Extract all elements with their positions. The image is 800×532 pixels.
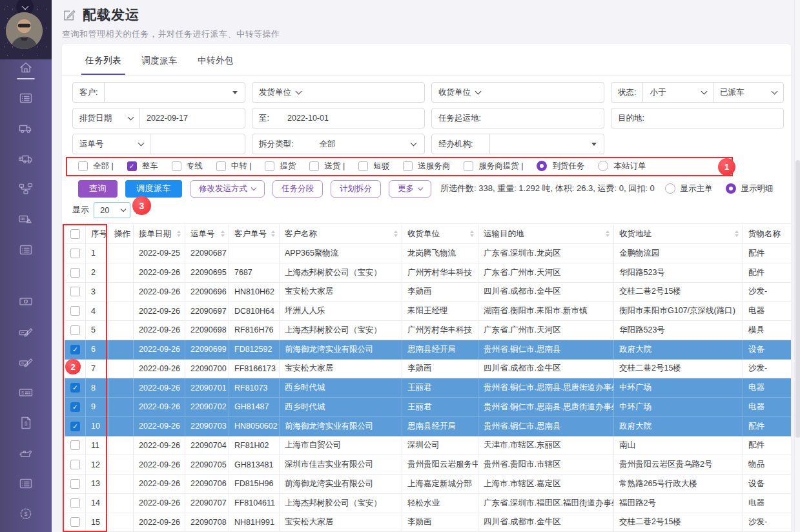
table-row[interactable]: 1 2022-09-25 22090687 APP365聚物流 龙岗腾飞物流 广… — [65, 244, 792, 263]
sidebar-nav-item[interactable] — [17, 151, 34, 167]
filter-status-operator-select[interactable]: 小于 — [643, 83, 713, 102]
sidebar-nav-item[interactable] — [17, 60, 34, 76]
column-header-label: 客户单号 — [234, 229, 267, 240]
scrollbar-thumb[interactable] — [795, 160, 800, 438]
toolbar-button[interactable]: 任务分段 — [272, 180, 323, 198]
filter-customer[interactable]: 客户: — [72, 82, 245, 103]
table-row[interactable]: 4 2022-09-26 22090697 DC810H64 坪洲人人乐 耒阳王… — [65, 302, 792, 321]
sidebar-nav-item[interactable] — [17, 121, 34, 136]
filter-agency[interactable]: 经办机构: — [431, 134, 604, 154]
row-checkbox[interactable] — [70, 287, 80, 296]
column-header[interactable]: 收货地址 — [614, 224, 743, 244]
toolbar-button[interactable]: 修改发运方式 — [190, 180, 265, 198]
row-checkbox[interactable] — [70, 249, 80, 258]
cell-address: 中环广场 — [614, 378, 743, 398]
table-row[interactable]: 6 2022-09-26 22090699 FD812592 前海御龙湾实业有限… — [65, 340, 792, 359]
filter-receiver[interactable]: 收货单位 — [431, 82, 604, 103]
task-type-checkbox[interactable]: 中转 | — [216, 161, 252, 172]
column-header[interactable]: 客户单号 — [229, 224, 280, 244]
filter-origin[interactable]: 任务起运地: — [431, 108, 604, 128]
tab[interactable]: 调度派车 — [140, 55, 179, 75]
display-mode-radio[interactable]: 显示明细 — [726, 183, 774, 194]
filter-date-to[interactable]: 至: 2022-10-01 — [252, 108, 425, 128]
row-checkbox[interactable] — [70, 517, 80, 527]
row-checkbox[interactable] — [70, 325, 80, 335]
table-row[interactable]: 3 2022-09-26 22090696 HN810H62 宝安松大家居 李勋… — [65, 282, 792, 302]
task-type-checkbox[interactable]: 整车 — [127, 161, 158, 172]
display-mode-radio[interactable]: 显示主单 — [665, 183, 713, 194]
task-type-checkbox[interactable]: 全部 | — [78, 161, 114, 172]
table-row[interactable]: 7 2022-09-26 22090700 FF8166173 宝安松大家居 李… — [65, 359, 792, 378]
table-row[interactable]: 5 2022-09-26 22090698 RF816H76 上海杰邦树胶公司（… — [65, 321, 792, 340]
query-button[interactable]: 查询 — [78, 180, 118, 198]
row-checkbox[interactable] — [70, 440, 80, 450]
filter-date-to-value[interactable]: 2022-10-01 — [287, 114, 329, 123]
row-checkbox[interactable] — [70, 422, 80, 431]
sidebar-nav-item[interactable] — [17, 324, 34, 340]
table-row[interactable]: 9 2022-09-26 22090702 GH81487 西乡时代城 王丽君 … — [65, 398, 792, 417]
tab[interactable]: 中转外包 — [196, 55, 235, 75]
row-checkbox[interactable] — [70, 498, 80, 508]
sidebar-nav-item[interactable] — [17, 242, 34, 258]
select-all-header-cell — [65, 224, 86, 244]
column-header[interactable]: 货物名称 — [743, 224, 792, 244]
sidebar-nav-item[interactable] — [17, 476, 34, 491]
table-row[interactable]: 10 2022-09-26 22090703 HN8050602 前海御龙湾实业… — [65, 416, 792, 436]
sidebar-nav-item[interactable] — [17, 90, 34, 106]
task-type-checkbox[interactable]: 提货 — [265, 161, 296, 172]
column-header[interactable]: 序号 — [86, 224, 109, 244]
table-row[interactable]: 14 2022-09-26 22090707 FF8104611 上海杰邦树胶公… — [65, 493, 792, 513]
sidebar-nav-item[interactable] — [17, 181, 34, 197]
filter-shipper[interactable]: 发货单位 — [252, 82, 425, 103]
filter-status-value-select[interactable]: 已派车 — [713, 83, 783, 102]
select-all-checkbox[interactable] — [70, 229, 80, 239]
row-checkbox[interactable] — [70, 402, 80, 412]
column-header[interactable]: 操作 — [109, 224, 134, 244]
toolbar-button[interactable]: 计划拆分 — [331, 180, 381, 198]
page-size-select[interactable]: 20 — [94, 202, 130, 218]
sidebar-nav-item[interactable] — [17, 294, 34, 309]
sidebar-nav-item[interactable] — [17, 445, 34, 461]
task-type-checkbox[interactable]: 专线 — [172, 161, 203, 172]
row-checkbox[interactable] — [70, 479, 80, 489]
table-row[interactable]: 15 2022-09-26 22090708 NH81H991 宝安松大家居 李… — [65, 513, 792, 532]
table-row[interactable]: 11 2022-09-26 22090704 RF81H02 上海市自贸公司 深… — [65, 436, 792, 455]
task-type-checkbox[interactable]: 短驳 — [358, 161, 389, 172]
row-checkbox[interactable] — [70, 306, 80, 316]
filter-waybill[interactable]: 运单号 — [72, 134, 245, 154]
filter-destination[interactable]: 目的地: — [611, 108, 784, 128]
sidebar-nav-item[interactable] — [17, 354, 34, 370]
task-source-radio[interactable]: 本站订单 — [598, 161, 646, 172]
row-checkbox[interactable] — [70, 383, 80, 393]
task-type-checkbox[interactable]: 送货 | — [309, 161, 345, 172]
filter-date-from[interactable]: 排货日期 2022-09-17 — [72, 108, 245, 128]
filter-split-type[interactable]: 拆分类型: 全部 — [252, 134, 425, 154]
column-header[interactable]: 运输目的地 — [478, 224, 614, 244]
column-header[interactable]: 客户名称 — [280, 224, 402, 244]
row-checkbox[interactable] — [70, 268, 80, 278]
checkbox-icon — [358, 161, 368, 171]
sidebar-nav-item[interactable]: $ — [17, 385, 34, 400]
filter-date-from-value[interactable]: 2022-09-17 — [147, 114, 188, 123]
sidebar-nav-item[interactable] — [17, 212, 34, 227]
toolbar-button[interactable]: 更多 — [389, 180, 431, 198]
table-row[interactable]: 13 2022-09-26 22090706 FD815H96 前海御龙湾实业有… — [65, 475, 792, 494]
table-row[interactable]: 2 2022-09-26 22090695 7687 上海杰邦树胶公司（宝安） … — [65, 263, 792, 282]
sidebar-nav-item[interactable]: $ — [17, 506, 34, 522]
task-type-checkbox[interactable]: 服务商提货 | — [464, 161, 523, 172]
task-type-checkbox[interactable]: 送服务商 — [403, 161, 450, 172]
column-header[interactable]: 运单号 — [185, 224, 229, 244]
dispatch-button[interactable]: 调度派车 — [125, 180, 182, 198]
sidebar-avatar-section — [0, 0, 52, 59]
column-header[interactable]: 接单日期 — [134, 224, 185, 244]
avatar[interactable] — [6, 12, 43, 49]
sidebar-nav-item[interactable]: $ — [17, 415, 34, 431]
row-checkbox[interactable] — [70, 460, 80, 469]
row-checkbox[interactable] — [70, 363, 80, 373]
column-header[interactable]: 收货单位 — [402, 224, 478, 244]
task-source-radio[interactable]: 到货任务 — [537, 161, 584, 172]
tab[interactable]: 任务列表 — [84, 55, 123, 75]
table-row[interactable]: 12 2022-09-26 22090705 GH813481 深圳市佳吉实业有… — [65, 455, 792, 475]
table-row[interactable]: 8 2022-09-26 22090701 RF81073 西乡时代城 王丽君 … — [65, 378, 792, 398]
row-checkbox[interactable] — [70, 345, 80, 354]
